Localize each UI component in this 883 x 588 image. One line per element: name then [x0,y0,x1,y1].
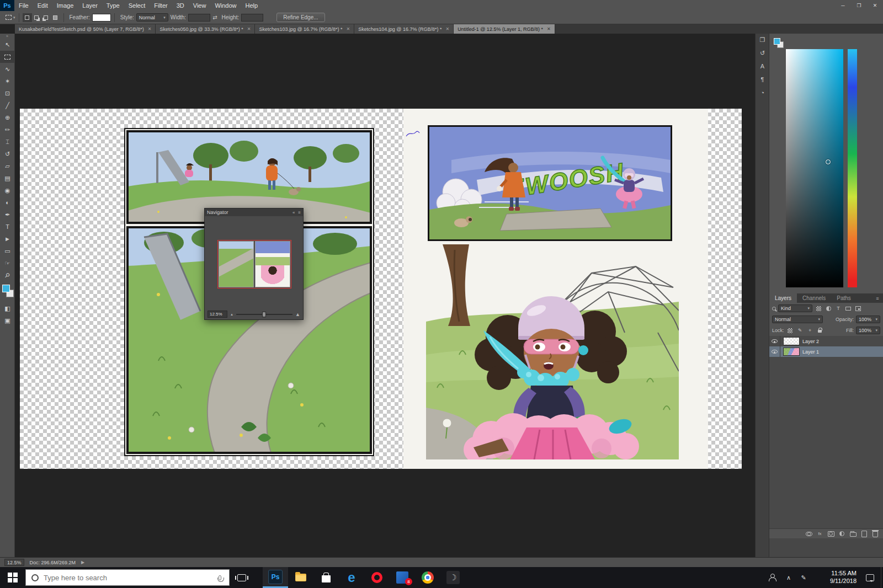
new-group-icon[interactable] [848,530,858,538]
layer-thumbnail[interactable] [783,337,800,345]
menu-layer[interactable]: Layer [78,0,102,11]
new-layer-icon[interactable] [859,530,869,538]
healing-brush-tool[interactable]: ⊕ [0,111,15,124]
menu-help[interactable]: Help [241,0,263,11]
menu-type[interactable]: Type [102,0,124,11]
taskbar-edge[interactable]: e [339,567,364,588]
fill-dropdown[interactable]: 100%▾ [856,327,880,334]
path-selection-tool[interactable]: ► [0,233,15,245]
eraser-tool[interactable]: ▱ [0,160,15,172]
menu-window[interactable]: Window [210,0,241,11]
layer-name[interactable]: Layer 1 [802,349,819,355]
slider-thumb[interactable] [262,312,266,317]
shape-tool[interactable]: ▭ [0,245,15,257]
eyedropper-tool[interactable]: ╱ [0,99,15,111]
taskbar-store[interactable] [313,567,339,588]
adjustment-layer-icon[interactable] [837,530,847,538]
toolbar-collapse-icon[interactable]: » [0,34,14,39]
taskbar-clock[interactable]: 11:55 AM 9/11/2018 [811,567,859,588]
add-selection-mode-icon[interactable] [32,13,41,22]
minimize-button[interactable]: ─ [835,0,851,11]
layer-effects-icon[interactable]: fx [815,530,825,538]
start-button[interactable] [0,567,25,588]
intersect-selection-mode-icon[interactable] [51,13,60,22]
link-layers-icon[interactable] [804,530,813,538]
adjustment-filter-icon[interactable] [825,304,832,312]
tab-paths[interactable]: Paths [831,293,857,303]
document-tab-active[interactable]: Untitled-1 @ 12.5% (Layer 1, RGB/8) *✕ [454,24,555,34]
navigator-zoom-slider[interactable] [236,314,292,315]
taskbar-opera[interactable] [364,567,390,588]
blur-tool[interactable]: ◉ [0,184,15,196]
tray-ink-workspace-button[interactable]: ✎ [796,567,811,588]
crop-tool[interactable]: ⊡ [0,87,15,99]
menu-view[interactable]: View [189,0,211,11]
paragraph-panel-icon[interactable]: ¶ [756,73,769,86]
navigator-proxy-view[interactable] [217,240,291,288]
panel-menu-icon[interactable]: ≡ [872,293,883,303]
gradient-tool[interactable]: ▤ [0,172,15,184]
navigator-header[interactable]: Navigator « ≡ [205,209,303,216]
lasso-tool[interactable]: ∿ [0,63,15,75]
menu-edit[interactable]: Edit [33,0,52,11]
document-tab[interactable]: Sketches103.jpg @ 16.7% (RGB/8*) *✕ [255,24,354,34]
tab-channels[interactable]: Channels [797,293,831,303]
width-input[interactable] [188,14,210,22]
close-button[interactable]: ✕ [867,0,883,11]
lock-position-icon[interactable]: + [806,327,814,334]
menu-image[interactable]: Image [52,0,78,11]
screen-mode-button[interactable]: ▣ [0,314,15,327]
collapse-panel-icon[interactable]: « [292,210,295,215]
maximize-button[interactable]: ❐ [851,0,867,11]
taskbar-file-explorer[interactable] [288,567,313,588]
tray-overflow-button[interactable]: ∧ [781,567,796,588]
quick-mask-button[interactable]: ◧ [0,302,15,314]
microphone-icon[interactable] [219,575,221,580]
pixel-filter-icon[interactable] [815,304,822,312]
history-brush-tool[interactable]: ↺ [0,148,15,160]
style-dropdown[interactable]: Normal▾ [136,13,168,22]
zoom-in-icon[interactable]: ▲ [295,312,300,317]
foreground-color-swatch[interactable] [2,285,10,292]
document-tab[interactable]: KusakabeFieldTestSketch.psd @ 50% (Layer… [15,24,156,34]
feather-input[interactable] [92,14,111,22]
blend-mode-dropdown[interactable]: Normal▾ [772,316,823,323]
color-field[interactable] [786,49,843,287]
color-mini-swatches[interactable] [773,37,787,51]
visibility-toggle[interactable] [769,336,780,346]
menu-filter[interactable]: Filter [150,0,172,11]
color-cursor[interactable] [826,159,831,164]
search-input[interactable] [44,574,214,582]
taskbar-photos[interactable]: 8 [390,567,415,588]
taskbar-chrome[interactable] [415,567,440,588]
tab-close-icon[interactable]: ✕ [148,26,152,31]
shape-filter-icon[interactable] [844,304,852,312]
lock-all-icon[interactable] [816,327,824,334]
visibility-toggle[interactable] [769,346,780,357]
status-zoom-field[interactable]: 12.5% [4,559,24,566]
document-tab[interactable]: Sketches050.jpg @ 33.3% (RGB/8*) *✕ [156,24,255,34]
tab-layers[interactable]: Layers [769,293,797,303]
type-tool[interactable]: T [0,221,15,233]
action-center-button[interactable] [859,567,881,588]
tool-preset-dropdown-icon[interactable]: ▾ [13,15,15,20]
taskbar-search[interactable] [25,569,230,586]
canvas-area[interactable]: FWOOSH [15,34,755,557]
smart-object-filter-icon[interactable] [854,304,862,312]
taskbar-photoshop[interactable]: Ps [263,567,288,588]
height-input[interactable] [241,14,263,22]
refine-edge-button[interactable]: Refine Edge... [276,13,325,22]
history-panel-icon[interactable]: ↺ [756,46,769,60]
rectangular-marquee-tool[interactable] [0,51,15,63]
show-desktop-button[interactable] [881,567,883,588]
document-tab[interactable]: Sketches104.jpg @ 16.7% (RGB/8*) *✕ [354,24,454,34]
zoom-out-icon[interactable]: ▲ [230,313,233,316]
brush-tool[interactable]: ✏ [0,124,15,136]
panel-menu-icon[interactable]: ≡ [298,210,301,215]
dodge-tool[interactable]: ◐ [0,196,15,209]
menu-3d[interactable]: 3D [172,0,189,11]
layer-name[interactable]: Layer 2 [802,339,819,344]
move-tool[interactable]: ↖ [0,39,15,51]
hue-slider[interactable] [848,49,857,287]
document-canvas[interactable]: FWOOSH [20,109,742,469]
